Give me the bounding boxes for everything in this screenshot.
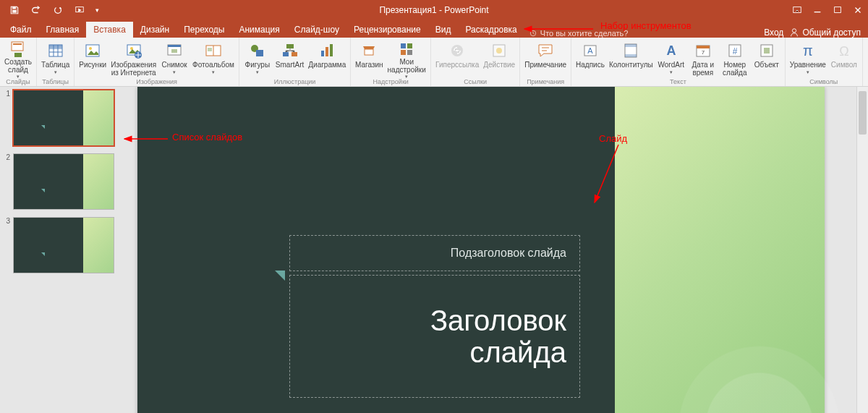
ribbon-group-изображения: РисункиИзображения из ИнтернетаСнимок▾Фо… <box>75 38 239 86</box>
svg-rect-28 <box>330 44 333 56</box>
minimize-button[interactable] <box>807 0 827 20</box>
slide-thumbnail[interactable]: 3 <box>1 217 122 273</box>
ribbon-group-примечания: ПримечаниеПримечания <box>520 38 571 86</box>
qat-customize-button[interactable]: ▾ <box>91 0 103 20</box>
ribbon-group-иллюстрации: Фигуры▾SmartArtДиаграммаИллюстрации <box>239 38 351 86</box>
date-time-button[interactable]: 7Дата и время <box>688 39 718 78</box>
title-placeholder[interactable]: Заголовок слайда <box>289 275 580 398</box>
slide-thumbnail-rail[interactable]: 123 <box>0 87 123 413</box>
table-icon <box>46 41 66 61</box>
ribbon-options-button[interactable] <box>787 0 807 20</box>
slidenum-icon: # <box>725 41 745 61</box>
store-icon <box>359 41 379 61</box>
slide-decor-gradient <box>615 87 825 413</box>
slide-editor[interactable]: Подзаголовок слайда Заголовок слайда <box>123 87 868 413</box>
maximize-button[interactable] <box>827 0 848 20</box>
svg-rect-41 <box>625 54 637 57</box>
undo-button[interactable] <box>26 0 46 20</box>
my-addins-button[interactable]: Мои надстройки▾ <box>386 39 427 78</box>
online-pictures-button[interactable]: Изображения из Интернета <box>109 39 158 78</box>
quick-access-toolbar: ▾ <box>0 0 103 20</box>
group-title: Надстройки <box>373 78 408 86</box>
tell-me-placeholder: Что вы хотите сделать? <box>540 29 629 38</box>
pictures-button[interactable]: Рисунки <box>77 39 108 78</box>
action-icon <box>489 41 509 61</box>
thumb-number: 3 <box>1 217 10 225</box>
svg-rect-17 <box>168 45 181 47</box>
ribbon-group-надстройки: МагазинМои надстройки▾Надстройки <box>351 38 431 86</box>
save-button[interactable] <box>4 0 25 20</box>
object-icon <box>757 41 777 61</box>
tab-рецензирование[interactable]: Рецензирование <box>346 22 428 38</box>
ribbon-group-ссылки: ГиперссылкаДействиеСсылки <box>431 38 520 86</box>
document-title: Презентация1 - PowerPoint <box>379 5 488 15</box>
text-box-button[interactable]: AНадпись <box>574 39 606 78</box>
slide-thumbnail[interactable]: 1 <box>1 90 122 146</box>
svg-point-12 <box>89 47 92 50</box>
subtitle-placeholder[interactable]: Подзаголовок слайда <box>289 235 580 271</box>
textbox-icon: A <box>580 41 600 61</box>
svg-text:#: # <box>732 46 737 56</box>
slide-thumbnail[interactable]: 2 <box>1 153 122 210</box>
hyperlink-button[interactable]: Гиперссылка <box>434 39 480 78</box>
action-button[interactable]: Действие <box>482 39 516 78</box>
smartart-icon <box>280 41 300 61</box>
tab-файл[interactable]: Файл <box>3 22 39 38</box>
ribbon-group-мультимедиа: Видео▾Звук▾Запись экранаМультимедиа <box>863 38 868 86</box>
svg-rect-6 <box>12 42 23 51</box>
svg-rect-18 <box>171 49 177 53</box>
thumb-number: 1 <box>1 90 10 98</box>
svg-rect-22 <box>256 50 263 56</box>
new-slide-button[interactable]: Создать слайд▾ <box>3 39 33 78</box>
login-link[interactable]: Вход <box>764 27 783 38</box>
wordart-button[interactable]: AWordArt▾ <box>656 39 686 78</box>
thumb-preview <box>13 90 114 146</box>
share-button[interactable]: Общий доступ <box>789 27 861 38</box>
tab-анимация[interactable]: Анимация <box>231 22 286 38</box>
symbol-icon: Ω <box>834 41 854 61</box>
screenshot-button[interactable]: Снимок▾ <box>159 39 190 78</box>
chart-icon <box>317 41 337 61</box>
redo-button[interactable] <box>48 0 68 20</box>
tab-переходы[interactable]: Переходы <box>176 22 231 38</box>
store-button[interactable]: Магазин <box>354 39 384 78</box>
new-slide-icon <box>8 41 28 58</box>
table-button[interactable]: Таблица▾ <box>40 39 71 78</box>
start-slideshow-button[interactable] <box>69 0 90 20</box>
svg-rect-30 <box>401 43 406 48</box>
slide-canvas[interactable]: Подзаголовок слайда Заголовок слайда <box>137 87 825 413</box>
svg-text:π: π <box>803 43 813 59</box>
header-footer-button[interactable]: Колонтитулы <box>608 39 655 78</box>
datetime-icon: 7 <box>693 41 713 61</box>
tab-раскадровка[interactable]: Раскадровка <box>458 22 524 38</box>
thumb-preview <box>13 153 114 210</box>
tab-вид[interactable]: Вид <box>428 22 459 38</box>
tab-главная[interactable]: Главная <box>39 22 87 38</box>
symbol-button[interactable]: ΩСимвол <box>829 39 859 78</box>
group-title: Текст <box>670 78 686 86</box>
ribbon-tabs: ФайлГлавнаяВставкаДизайнПереходыАнимация… <box>0 20 868 38</box>
tell-me-input[interactable]: Что вы хотите сделать? <box>529 29 629 38</box>
svg-rect-32 <box>401 50 406 55</box>
vertical-scrollbar[interactable] <box>856 87 868 413</box>
equation-button[interactable]: πУравнение▾ <box>788 39 827 78</box>
photo-album-button[interactable]: Фотоальбом▾ <box>191 39 236 78</box>
picture-icon <box>82 41 103 61</box>
equation-icon: π <box>798 41 818 61</box>
ribbon: Создать слайд▾СлайдыТаблица▾ТаблицыРисун… <box>0 38 868 87</box>
tab-слайд-шоу[interactable]: Слайд-шоу <box>287 22 346 38</box>
tab-вставка[interactable]: Вставка <box>86 22 133 38</box>
tab-дизайн[interactable]: Дизайн <box>133 22 176 38</box>
addins-icon <box>396 41 417 58</box>
svg-rect-31 <box>407 43 412 48</box>
comment-button[interactable]: Примечание <box>523 39 568 78</box>
smartart-button[interactable]: SmartArt <box>274 39 305 78</box>
slide-number-button[interactable]: #Номер слайда <box>720 39 750 78</box>
shapes-button[interactable]: Фигуры▾ <box>242 39 273 78</box>
close-button[interactable] <box>848 0 868 20</box>
svg-rect-27 <box>326 47 328 56</box>
window-controls <box>787 0 868 20</box>
chart-button[interactable]: Диаграмма <box>307 39 347 78</box>
object-button[interactable]: Объект <box>752 39 782 78</box>
photo-album-icon <box>203 41 224 61</box>
